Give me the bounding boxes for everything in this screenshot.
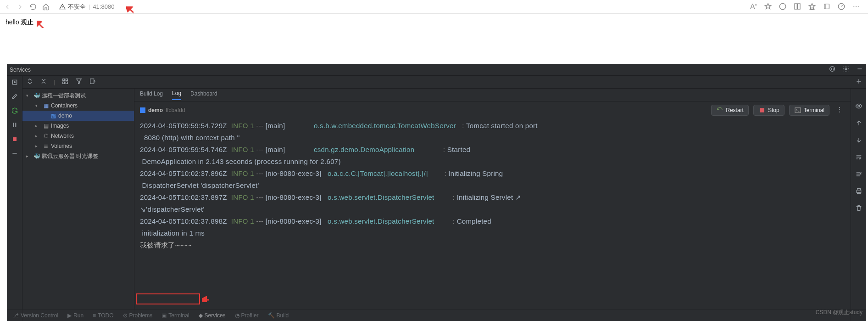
svg-rect-17 [63,82,65,84]
edit-icon[interactable] [11,93,18,101]
svg-rect-0 [795,4,797,9]
bottom-tabs: ⎇ Version Control ▶ Run ≡ TODO ⊘ Problem… [7,309,866,321]
log-tabs: Build Log Log Dashboard [134,89,851,101]
log-header: demo ffcbafdd Restart Stop Terminal [134,101,851,119]
overflow-icon[interactable] [852,3,860,11]
bt-profiler[interactable]: ◔ Profiler [235,312,259,319]
address-bar[interactable]: 不安全 | 41:8080 [55,3,745,11]
log-output[interactable]: 2024-04-05T09:59:54.729Z INFO 1 --- [mai… [134,119,851,321]
browser-toolbar: 不安全 | 41:8080 A» [0,0,868,14]
soft-wrap-icon[interactable] [855,170,862,179]
services-title: Services [10,67,31,73]
rerun-icon[interactable] [11,107,18,116]
container-icon [140,107,145,113]
svg-rect-15 [63,79,65,81]
home-icon[interactable] [42,3,50,11]
svg-rect-19 [90,79,94,84]
add-icon[interactable] [855,78,862,86]
svg-rect-13 [15,123,16,127]
svg-rect-18 [66,82,67,84]
collections-icon[interactable] [823,3,830,11]
pause-icon[interactable] [11,121,18,130]
bt-problems[interactable]: ⊘ Problems [123,312,153,319]
terminal-button[interactable]: Terminal [789,105,829,116]
bt-services[interactable]: ◆ Services [199,312,226,319]
tab-build-log[interactable]: Build Log [140,90,163,100]
import-icon[interactable] [89,78,96,86]
maximize-icon[interactable] [829,65,836,74]
performance-icon[interactable] [838,3,845,11]
svg-point-11 [14,82,15,83]
insecure-label: 不安全 [68,3,86,11]
services-toolbar: | [22,76,866,89]
wrap-icon[interactable] [855,153,862,162]
tree-tencent[interactable]: ▸🐳腾讯云服务器 时光课签 [22,151,134,161]
svg-rect-26 [857,190,861,192]
services-tree: ▾🐳远程一键部署测试 ▾▦Containers ▧demo ▸▤Images ▸… [22,89,134,321]
show-icon[interactable] [855,102,862,111]
svg-point-23 [839,109,840,110]
focus-icon[interactable] [11,79,18,87]
stop-button[interactable]: Stop [753,105,785,116]
ide-panel: Services | [7,64,866,321]
svg-rect-12 [13,123,14,127]
svg-rect-2 [824,4,829,9]
tree-images[interactable]: ▸▤Images [22,121,134,131]
address-url: 41:8080 [93,3,114,10]
svg-point-4 [856,6,857,7]
more-icon[interactable] [834,106,845,115]
collapse-all-icon[interactable] [40,78,47,86]
left-gutter [7,76,22,321]
nav-forward-icon[interactable] [17,3,24,11]
scroll-down-icon[interactable] [855,136,862,145]
svg-rect-14 [13,137,17,141]
tree-networks[interactable]: ▸⌬Networks [22,131,134,141]
favorites-list-icon[interactable] [808,3,816,11]
svg-rect-16 [66,79,67,81]
expand-all-icon[interactable] [26,78,33,86]
stop-gutter-icon[interactable] [11,135,18,144]
settings-icon[interactable] [842,65,850,74]
reload-icon[interactable] [29,3,37,11]
minimize-icon[interactable] [856,65,863,74]
svg-point-9 [845,68,847,70]
bt-build[interactable]: 🔨 Build [268,312,289,319]
page-content: hello 观止 [0,14,868,31]
tree-volumes[interactable]: ▸≣Volumes [22,141,134,151]
split-icon[interactable] [794,3,801,11]
remove-icon[interactable] [11,150,18,158]
bt-todo[interactable]: ≡ TODO [93,312,113,319]
tab-dashboard[interactable]: Dashboard [190,90,217,100]
scroll-up-icon[interactable] [855,119,862,128]
svg-rect-21 [795,108,801,113]
favorite-icon[interactable] [764,3,772,11]
svg-point-22 [839,107,840,108]
tab-log[interactable]: Log [172,90,181,100]
svg-point-25 [858,105,860,107]
svg-point-3 [853,6,854,7]
bt-version-control[interactable]: ⎇ Version Control [12,312,58,319]
tree-containers[interactable]: ▾▦Containers [22,101,134,111]
group-icon[interactable] [61,78,69,86]
services-header: Services [7,64,866,76]
extensions-icon[interactable] [779,3,786,11]
print-icon[interactable] [855,187,862,196]
filter-icon[interactable] [75,78,83,86]
svg-point-5 [858,6,859,7]
watermark: CSDN @观止study [816,309,862,316]
restart-button[interactable]: Restart [711,105,749,116]
svg-rect-1 [798,4,800,9]
log-crumb: demo ffcbafdd [140,107,185,113]
tree-demo[interactable]: ▧demo [22,111,134,121]
insecure-badge: 不安全 [59,3,86,11]
bt-run[interactable]: ▶ Run [67,312,83,319]
bt-terminal[interactable]: ▣ Terminal [161,312,189,319]
tree-root[interactable]: ▾🐳远程一键部署测试 [22,90,134,101]
svg-rect-20 [760,108,764,112]
right-gutter [851,89,866,321]
clear-icon[interactable] [855,204,862,213]
svg-point-24 [839,111,840,112]
read-aloud-icon[interactable]: A» [750,3,757,11]
nav-back-icon[interactable] [4,3,11,11]
